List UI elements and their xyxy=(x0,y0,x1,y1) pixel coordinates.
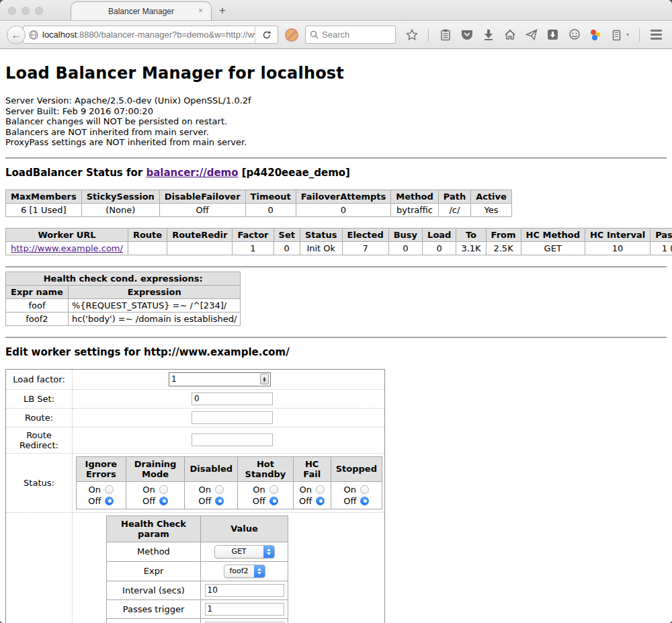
downloads-icon[interactable] xyxy=(482,28,495,41)
divider xyxy=(5,337,667,338)
cell-hc-method: GET xyxy=(521,241,585,255)
globe-icon xyxy=(29,30,38,40)
header-cell: From xyxy=(486,228,521,241)
interval-input[interactable] xyxy=(205,584,284,597)
back-button[interactable]: ← xyxy=(7,26,26,44)
load-factor-input[interactable] xyxy=(169,374,260,385)
expr-row: foof %{REQUEST_STATUS} =~ /^[234]/ xyxy=(6,298,241,312)
cell-route xyxy=(128,241,167,255)
balancer-status-heading: LoadBalancer Status for balancer://demo … xyxy=(5,167,667,179)
pocket-icon[interactable] xyxy=(460,28,473,41)
header-cell: Elected xyxy=(342,228,388,241)
worker-url-link[interactable]: http://www.example.com/ xyxy=(11,243,123,253)
content-blocked-icon[interactable] xyxy=(285,28,298,42)
balancer-link[interactable]: balancer://demo xyxy=(146,167,238,179)
radio-hc-fail-on[interactable] xyxy=(316,485,325,494)
minimize-window-button[interactable] xyxy=(22,7,30,15)
spinner-icon[interactable]: ▲▼ xyxy=(260,374,269,384)
cell-worker-url: http://www.example.com/ xyxy=(6,241,128,255)
tab-title: Balancer Manager xyxy=(108,7,174,16)
passes-input[interactable] xyxy=(205,603,284,616)
cell-stickysession: (None) xyxy=(81,203,159,216)
notice-proxypass: ProxyPass settings are NOT inherited fro… xyxy=(5,137,667,148)
route-redirect-label: Route Redirect: xyxy=(6,427,73,453)
radio-ignore-errors-off[interactable] xyxy=(105,497,114,505)
header-cell: Worker URL xyxy=(6,228,128,241)
radio-ignore-errors-on[interactable] xyxy=(105,485,114,494)
header-cell: To xyxy=(456,228,486,241)
navigation-toolbar: ← localhost:8880/balancer-manager?b=demo… xyxy=(0,20,672,49)
radio-stopped-off[interactable] xyxy=(360,497,369,505)
header-cell: Method xyxy=(391,190,438,203)
status-stopped: On Off xyxy=(331,481,382,509)
radio-hc-fail-off[interactable] xyxy=(316,497,325,505)
search-bar[interactable] xyxy=(305,26,396,44)
forum-smiley-icon[interactable] xyxy=(568,28,581,41)
url-bar[interactable]: localhost:8880/balancer-manager?b=demo&w… xyxy=(23,26,278,44)
menu-icon[interactable] xyxy=(650,28,663,41)
radio-disabled-on[interactable] xyxy=(215,485,224,494)
send-plane-icon[interactable] xyxy=(525,28,538,41)
radio-stopped-on[interactable] xyxy=(360,485,369,494)
expr-select[interactable]: foof2 xyxy=(224,565,265,578)
cell-busy: 0 xyxy=(388,241,422,255)
window-controls[interactable] xyxy=(8,7,43,15)
radio-hot-standby-off[interactable] xyxy=(269,497,278,505)
header-cell: Draining Mode xyxy=(126,456,185,481)
browser-tab[interactable]: Balancer Manager × xyxy=(71,1,212,20)
route-redirect-input[interactable] xyxy=(192,433,273,446)
status-radio-row: On Off On Off On Off xyxy=(77,481,382,509)
form-row-route-redirect: Route Redirect: xyxy=(6,427,385,453)
bookmark-star-icon[interactable] xyxy=(405,28,418,41)
maximize-window-button[interactable] xyxy=(35,7,43,15)
server-version: Server Version: Apache/2.5.0-dev (Unix) … xyxy=(5,95,667,106)
hc-header-row: Health Check param Value xyxy=(107,515,288,542)
lb-set-input[interactable] xyxy=(192,392,273,405)
header-cell: Load xyxy=(423,228,456,241)
url-input[interactable]: localhost:8880/balancer-manager?b=demo&w… xyxy=(42,30,255,40)
expr-name: foof2 xyxy=(6,312,69,325)
reading-list-icon[interactable] xyxy=(439,28,452,41)
radio-hot-standby-on[interactable] xyxy=(269,485,278,494)
divider xyxy=(5,266,667,267)
toolbar-separator xyxy=(639,28,640,42)
header-cell: Active xyxy=(471,190,512,203)
cell-load: 0 xyxy=(423,241,456,255)
radio-disabled-off[interactable] xyxy=(215,497,224,505)
colors-extension-icon[interactable] xyxy=(589,29,601,41)
new-tab-button[interactable]: + xyxy=(212,1,233,20)
table-header-row: Expr name Expression xyxy=(6,285,241,298)
radio-draining-mode-on[interactable] xyxy=(159,485,168,494)
radio-draining-mode-off[interactable] xyxy=(159,497,168,505)
header-cell: Stopped xyxy=(331,456,382,481)
container-icon[interactable] xyxy=(610,28,623,41)
toolbar-icons: ▾ xyxy=(405,28,672,42)
header-cell: Value xyxy=(201,515,288,542)
status-hot-standby: On Off xyxy=(238,481,294,509)
expr-label: Expr xyxy=(107,561,201,581)
method-select[interactable]: GET xyxy=(214,545,275,558)
home-icon[interactable] xyxy=(503,28,516,41)
header-cell: Passes xyxy=(650,228,672,241)
header-cell: Route xyxy=(128,228,167,241)
interval-label: Interval (secs) xyxy=(107,581,201,599)
cell-status: Init Ok xyxy=(300,241,342,255)
route-input[interactable] xyxy=(192,411,273,424)
close-window-button[interactable] xyxy=(8,7,16,15)
hc-expr-title: Health check cond. expressions: xyxy=(6,272,241,285)
tab-close-icon[interactable]: × xyxy=(198,7,203,15)
reload-button[interactable] xyxy=(255,26,278,44)
method-label: Method xyxy=(107,542,201,561)
search-input[interactable] xyxy=(322,30,382,40)
cell-from: 2.5K xyxy=(486,241,521,255)
load-factor-stepper[interactable]: ▲▼ xyxy=(169,372,271,386)
load-factor-label: Load factor: xyxy=(6,369,73,389)
header-cell: FailoverAttempts xyxy=(296,190,391,203)
save-to-device-icon[interactable] xyxy=(546,28,559,41)
worker-settings-form: Load factor: ▲▼ LB Set: Route: Route Red… xyxy=(5,369,385,623)
search-icon xyxy=(310,30,319,39)
select-stepper-icon xyxy=(254,565,265,578)
reload-icon xyxy=(262,30,271,40)
chevron-down-icon[interactable]: ▾ xyxy=(626,32,629,38)
worker-row: http://www.example.com/ 1 0 Init Ok 7 0 … xyxy=(6,241,672,255)
